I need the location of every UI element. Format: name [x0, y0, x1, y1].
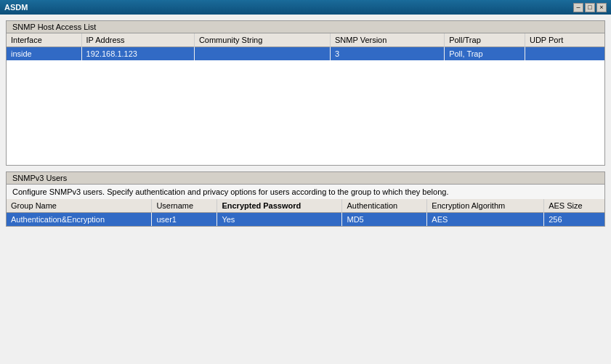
- snmpv3-section: SNMPv3 Users Configure SNMPv3 users. Spe…: [6, 171, 605, 227]
- snmpv3-header-row: Group Name Username Encrypted Password A…: [7, 199, 604, 213]
- maximize-button[interactable]: □: [585, 3, 595, 12]
- snmpv3-description: Configure SNMPv3 users. Specify authenti…: [7, 185, 604, 199]
- col-udp-port: UDP Port: [525, 33, 604, 47]
- snmpv3-table: Group Name Username Encrypted Password A…: [7, 199, 604, 226]
- snmpv3-header: SNMPv3 Users: [7, 172, 604, 185]
- col-username: Username: [152, 199, 217, 213]
- col-community-string: Community String: [194, 33, 330, 47]
- app-title: ASDM: [4, 3, 28, 12]
- col-poll-trap: Poll/Trap: [445, 33, 525, 47]
- col-authentication: Authentication: [342, 199, 427, 213]
- snmp-host-header: SNMP Host Access List: [7, 21, 604, 33]
- cell-enc-password: Yes: [217, 213, 342, 227]
- snmp-host-table-container: Interface IP Address Community String SN…: [7, 33, 604, 165]
- snmp-host-table: Interface IP Address Community String SN…: [7, 33, 604, 60]
- snmp-host-section: SNMP Host Access List Interface IP Addre…: [6, 20, 605, 166]
- cell-community: [194, 47, 330, 61]
- col-encrypted-password: Encrypted Password: [217, 199, 342, 213]
- cell-interface: inside: [7, 47, 81, 61]
- main-content: SNMP Host Access List Interface IP Addre…: [0, 15, 611, 364]
- title-bar-controls: – □ ×: [573, 3, 607, 12]
- cell-enc-algo: AES: [427, 213, 544, 227]
- snmpv3-table-container: Group Name Username Encrypted Password A…: [7, 199, 604, 226]
- cell-aes-size: 256: [544, 213, 604, 227]
- cell-version: 3: [331, 47, 445, 61]
- minimize-button[interactable]: –: [573, 3, 583, 12]
- cell-ip: 192.168.1.123: [81, 47, 194, 61]
- col-snmp-version: SNMP Version: [331, 33, 445, 47]
- snmp-host-row[interactable]: inside192.168.1.1233Poll, Trap: [7, 47, 604, 61]
- cell-polltrap: Poll, Trap: [445, 47, 525, 61]
- close-button[interactable]: ×: [596, 3, 607, 12]
- title-bar: ASDM – □ ×: [0, 0, 611, 15]
- cell-udp: [525, 47, 604, 61]
- col-encryption-algorithm: Encryption Algorithm: [427, 199, 544, 213]
- cell-username: user1: [152, 213, 217, 227]
- cell-group-name: Authentication&Encryption: [7, 213, 152, 227]
- col-aes-size: AES Size: [544, 199, 604, 213]
- snmp-host-header-row: Interface IP Address Community String SN…: [7, 33, 604, 47]
- snmpv3-row[interactable]: Authentication&Encryptionuser1YesMD5AES2…: [7, 213, 604, 227]
- col-interface: Interface: [7, 33, 81, 47]
- cell-auth: MD5: [342, 213, 427, 227]
- col-ip-address: IP Address: [81, 33, 194, 47]
- col-group-name: Group Name: [7, 199, 152, 213]
